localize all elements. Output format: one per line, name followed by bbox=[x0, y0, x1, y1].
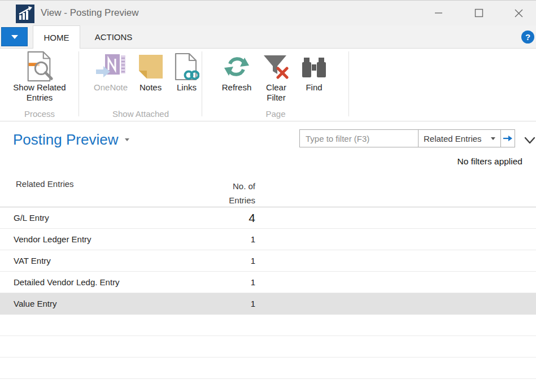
expand-filter-pane-button[interactable] bbox=[524, 137, 535, 147]
table-body: G/L Entry 4 Vendor Ledger Entry 1 VAT En… bbox=[0, 207, 536, 379]
tab-home[interactable]: HOME bbox=[33, 25, 80, 49]
chevron-down-icon bbox=[491, 137, 495, 140]
arrow-right-icon bbox=[503, 134, 513, 142]
maximize-icon bbox=[474, 8, 483, 18]
tab-actions-label: ACTIONS bbox=[95, 32, 133, 42]
filter-scope-label: Related Entries bbox=[424, 134, 482, 143]
find-button[interactable]: Find bbox=[298, 50, 330, 103]
table-row-selected[interactable]: Value Entry 1 bbox=[0, 293, 536, 315]
links-button[interactable]: Links bbox=[171, 50, 202, 93]
filter-bar: Related Entries bbox=[299, 129, 515, 147]
onenote-button: OneNote bbox=[91, 50, 130, 93]
page-title-text: Posting Preview bbox=[13, 131, 118, 148]
page-title-dropdown-icon bbox=[125, 138, 129, 141]
clear-filter-label: Clear Filter bbox=[259, 82, 294, 103]
sticky-note-icon bbox=[138, 54, 164, 80]
filter-scope-dropdown[interactable]: Related Entries bbox=[418, 130, 500, 147]
tab-home-label: HOME bbox=[44, 33, 69, 42]
minimize-icon bbox=[435, 9, 443, 17]
clear-filter-button[interactable]: Clear Filter bbox=[259, 50, 294, 103]
ribbon: Show Related Entries Process bbox=[0, 49, 536, 121]
ribbon-group-show-attached: OneNote Notes bbox=[79, 49, 202, 120]
row-count: 1 bbox=[251, 229, 255, 250]
onenote-label: OneNote bbox=[94, 82, 128, 93]
table-row[interactable]: G/L Entry 4 bbox=[0, 207, 536, 229]
notes-button[interactable]: Notes bbox=[134, 50, 167, 93]
titlebar: View - Posting Preview bbox=[0, 1, 536, 25]
find-label: Find bbox=[306, 82, 322, 93]
table-row-empty bbox=[0, 336, 536, 358]
table-row[interactable]: Detailed Vendor Ledg. Entry 1 bbox=[0, 272, 536, 293]
row-count: 1 bbox=[251, 293, 255, 314]
row-count: 4 bbox=[249, 207, 255, 228]
close-icon bbox=[515, 9, 523, 18]
refresh-label: Refresh bbox=[222, 82, 252, 93]
ribbon-group-process: Show Related Entries Process bbox=[0, 49, 79, 120]
onenote-icon bbox=[96, 54, 125, 79]
maximize-button[interactable] bbox=[470, 5, 487, 21]
group-label-show-attached: Show Attached bbox=[79, 109, 202, 119]
row-name: Value Entry bbox=[14, 293, 56, 314]
tab-actions[interactable]: ACTIONS bbox=[80, 25, 147, 49]
show-related-entries-button[interactable]: Show Related Entries bbox=[5, 50, 74, 103]
links-label: Links bbox=[177, 82, 197, 93]
notes-label: Notes bbox=[140, 82, 162, 93]
refresh-icon bbox=[223, 53, 250, 80]
row-name: Vendor Ledger Entry bbox=[14, 229, 91, 250]
document-search-icon bbox=[24, 51, 55, 82]
binoculars-icon bbox=[301, 55, 327, 79]
row-name: Detailed Vendor Ledg. Entry bbox=[14, 272, 120, 293]
help-button[interactable]: ? bbox=[521, 31, 534, 43]
posting-preview-window: View - Posting Preview HOME ACTIONS bbox=[0, 0, 536, 392]
row-name: VAT Entry bbox=[14, 250, 51, 271]
table-row-empty bbox=[0, 358, 536, 379]
column-header-related-entries[interactable]: Related Entries bbox=[16, 179, 74, 189]
table-row-empty bbox=[0, 315, 536, 336]
document-link-icon bbox=[175, 53, 199, 81]
filter-go-button[interactable] bbox=[500, 130, 515, 147]
clear-filter-icon bbox=[263, 53, 290, 80]
filter-input[interactable] bbox=[300, 130, 418, 147]
refresh-button[interactable]: Refresh bbox=[219, 50, 254, 103]
app-chart-icon bbox=[16, 5, 34, 23]
close-button[interactable] bbox=[510, 5, 527, 21]
ribbon-tab-row: HOME ACTIONS ? bbox=[0, 25, 536, 49]
show-related-entries-label: Show Related Entries bbox=[5, 82, 74, 103]
app-menu-button[interactable] bbox=[1, 27, 28, 46]
row-count: 1 bbox=[251, 272, 255, 293]
table-row[interactable]: Vendor Ledger Entry 1 bbox=[0, 229, 536, 250]
column-header-no-of-entries[interactable]: No. of Entries bbox=[220, 179, 255, 207]
filter-status: No filters applied bbox=[457, 156, 522, 167]
window-title: View - Posting Preview bbox=[41, 1, 139, 25]
row-name: G/L Entry bbox=[14, 207, 49, 228]
group-label-page: Page bbox=[202, 109, 349, 119]
group-label-process: Process bbox=[0, 109, 79, 119]
ribbon-group-page: Refresh Clear Filter bbox=[202, 49, 349, 120]
row-count: 1 bbox=[251, 250, 255, 271]
menu-dropdown-icon bbox=[11, 35, 18, 39]
minimize-button[interactable] bbox=[430, 5, 447, 21]
table-row[interactable]: VAT Entry 1 bbox=[0, 250, 536, 272]
page-title[interactable]: Posting Preview bbox=[13, 131, 129, 149]
chevron-down-large-icon bbox=[524, 137, 535, 145]
